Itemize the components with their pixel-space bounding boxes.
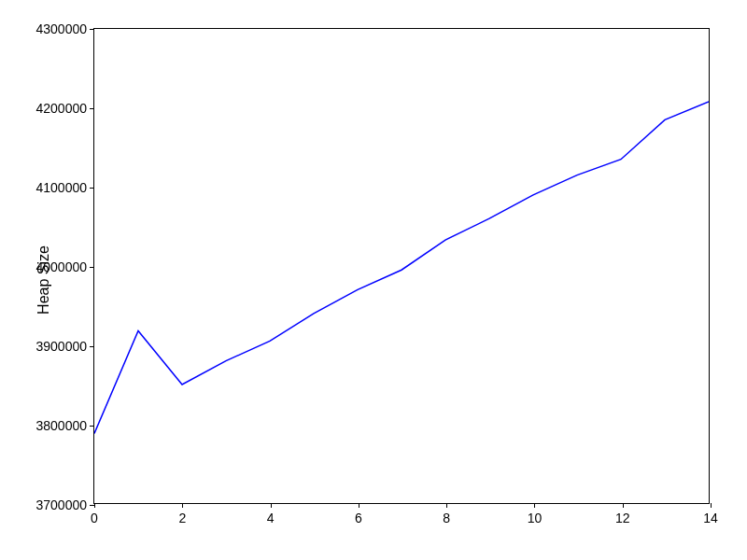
y-tick-label: 4200000 <box>35 101 87 116</box>
y-tick-label: 3900000 <box>35 339 87 354</box>
y-tick-mark <box>90 29 94 30</box>
data-line <box>94 102 709 434</box>
y-tick-label: 3800000 <box>35 418 87 433</box>
x-tick-mark <box>94 503 95 508</box>
x-tick-label: 12 <box>615 511 630 525</box>
y-tick-mark <box>90 267 94 268</box>
x-tick-mark <box>182 503 183 508</box>
x-tick-label: 10 <box>528 511 543 525</box>
x-tick-mark <box>623 503 624 508</box>
y-tick-label: 3700000 <box>35 497 87 512</box>
x-tick-label: 6 <box>355 511 362 525</box>
y-tick-mark <box>90 108 94 109</box>
x-tick-mark <box>271 503 272 508</box>
x-tick-mark <box>711 503 712 508</box>
plot-area: 3700000380000039000004000000410000042000… <box>93 28 710 504</box>
x-tick-label: 2 <box>178 511 186 525</box>
x-tick-mark <box>446 503 447 508</box>
x-tick-mark <box>534 503 535 508</box>
y-tick-mark <box>90 188 94 189</box>
x-tick-label: 8 <box>443 511 450 525</box>
y-tick-label: 4000000 <box>35 259 87 274</box>
x-tick-mark <box>359 503 359 508</box>
x-tick-label: 14 <box>703 511 718 525</box>
x-tick-label: 4 <box>267 511 275 525</box>
x-tick-label: 0 <box>91 511 98 525</box>
y-tick-label: 4100000 <box>35 180 87 195</box>
y-axis-label: Heap Size <box>35 245 52 315</box>
chart-container: 3700000380000039000004000000410000042000… <box>93 28 710 504</box>
y-tick-label: 4300000 <box>35 21 87 36</box>
line-chart-svg <box>94 29 709 503</box>
y-tick-mark <box>90 346 94 347</box>
y-tick-mark <box>90 426 94 427</box>
